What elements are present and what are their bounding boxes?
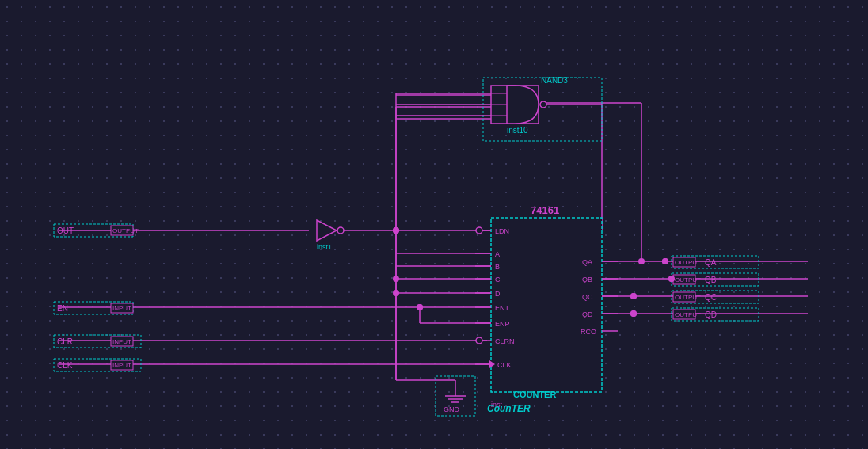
svg-point-43 — [540, 101, 546, 108]
svg-text:QC: QC — [705, 293, 717, 302]
svg-text:ENP: ENP — [495, 320, 510, 328]
port-qa-out: OUTPUT QA — [672, 256, 759, 268]
svg-text:CLK: CLK — [497, 361, 512, 369]
svg-point-130 — [630, 310, 637, 317]
svg-point-127 — [662, 258, 668, 264]
svg-text:A: A — [495, 250, 500, 258]
nand3-gate: NAND3 inst10 — [491, 76, 602, 135]
svg-text:QD: QD — [582, 310, 593, 318]
svg-text:QB: QB — [582, 276, 592, 283]
svg-text:QA: QA — [582, 258, 592, 266]
svg-text:B: B — [495, 263, 500, 271]
svg-text:INPUT: INPUT — [112, 362, 131, 369]
svg-text:OUTPUT: OUTPUT — [675, 311, 701, 318]
svg-text:QA: QA — [705, 258, 717, 267]
schematic-canvas: NAND3 inst10 inst1 74161 COUNTER inst — [0, 0, 868, 449]
svg-text:EN: EN — [57, 304, 68, 313]
port-qd-out: OUTPUT QD — [672, 308, 759, 321]
svg-text:INPUT: INPUT — [112, 305, 131, 312]
svg-text:OUTPUT: OUTPUT — [112, 227, 139, 234]
svg-text:OUTPUT: OUTPUT — [675, 276, 701, 283]
svg-text:CLK: CLK — [57, 361, 73, 370]
svg-text:inst10: inst10 — [507, 126, 528, 135]
svg-text:QC: QC — [582, 293, 593, 301]
port-qb-out: OUTPUT QB — [672, 273, 759, 286]
svg-text:QD: QD — [705, 310, 717, 319]
svg-text:CLR: CLR — [57, 337, 73, 346]
svg-text:RCO: RCO — [581, 328, 596, 336]
svg-point-72 — [476, 337, 482, 344]
svg-point-34 — [638, 258, 645, 264]
svg-point-128 — [668, 276, 675, 282]
svg-text:LDN: LDN — [495, 227, 509, 235]
svg-text:OUTPUT: OUTPUT — [675, 294, 701, 301]
svg-text:74161: 74161 — [531, 204, 559, 216]
svg-point-126 — [417, 304, 423, 310]
chip-74161: 74161 COUNTER inst LDN A B C D ENT — [475, 204, 618, 409]
svg-text:C: C — [495, 276, 501, 283]
port-clk: CLK INPUT — [54, 359, 141, 371]
svg-text:D: D — [495, 290, 501, 298]
svg-point-57 — [476, 227, 482, 234]
svg-text:ENT: ENT — [495, 304, 510, 312]
svg-text:OUT: OUT — [57, 226, 74, 235]
svg-text:QB: QB — [705, 276, 717, 284]
svg-point-135 — [393, 227, 399, 234]
svg-text:inst1: inst1 — [317, 243, 332, 251]
port-clr: CLR INPUT — [54, 335, 141, 348]
port-en: EN INPUT — [54, 302, 133, 314]
svg-point-50 — [337, 227, 344, 234]
port-qc-out: OUTPUT QC — [672, 291, 759, 303]
svg-text:GND: GND — [444, 405, 460, 413]
svg-text:INPUT: INPUT — [112, 338, 131, 345]
svg-point-129 — [630, 293, 637, 299]
not-gate: inst1 — [317, 220, 344, 251]
svg-text:CLRN: CLRN — [495, 337, 515, 345]
gnd-symbol: GND — [436, 376, 475, 416]
svg-text:COUNTER: COUNTER — [513, 390, 556, 399]
svg-text:CounTER: CounTER — [487, 403, 531, 414]
svg-text:OUTPUT: OUTPUT — [675, 259, 701, 266]
